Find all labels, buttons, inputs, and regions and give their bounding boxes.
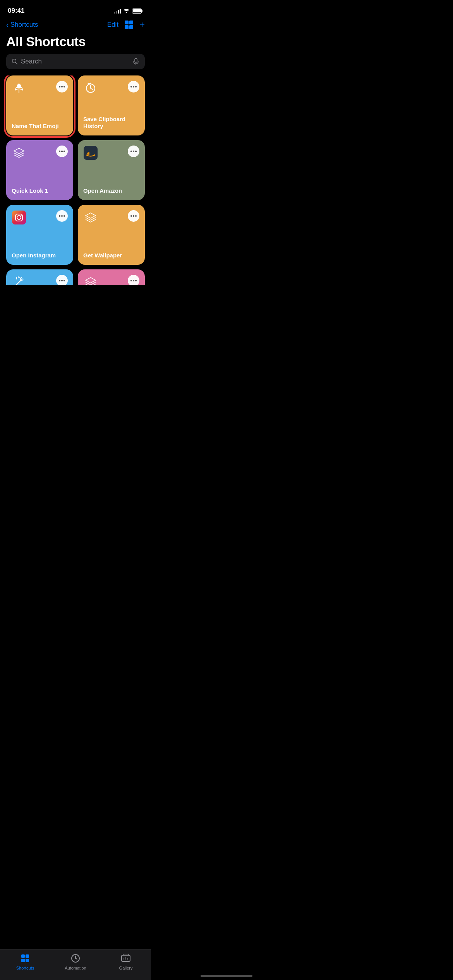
edit-button[interactable]: Edit bbox=[107, 21, 118, 29]
status-icons bbox=[114, 8, 143, 14]
card-label: Open Amazon bbox=[83, 187, 139, 195]
search-bar[interactable]: Search bbox=[6, 54, 145, 69]
card-icon-amazon: a bbox=[83, 146, 98, 160]
svg-line-8 bbox=[15, 87, 16, 90]
more-button-name-that-emoji[interactable] bbox=[56, 81, 68, 93]
nav-actions: Edit + bbox=[107, 20, 145, 29]
card-top bbox=[83, 81, 139, 96]
shortcut-card-get-wallpaper[interactable]: Get Wallpaper bbox=[78, 205, 145, 265]
shortcut-card-name-that-emoji[interactable]: Name That Emoji bbox=[6, 75, 73, 135]
card-top bbox=[83, 210, 139, 225]
search-icon bbox=[12, 58, 18, 65]
card-top bbox=[12, 210, 68, 225]
more-dots bbox=[59, 151, 65, 152]
more-button-new-books-actions[interactable] bbox=[128, 275, 139, 285]
more-button-get-wallpaper[interactable] bbox=[128, 210, 139, 222]
svg-line-18 bbox=[15, 280, 21, 285]
card-top bbox=[83, 275, 139, 285]
more-dots bbox=[130, 151, 137, 152]
chevron-left-icon: ‹ bbox=[6, 21, 9, 29]
svg-line-1 bbox=[16, 63, 17, 64]
card-label: Name That Emoji bbox=[12, 123, 68, 130]
card-icon-clock bbox=[83, 81, 98, 96]
card-icon-layers bbox=[83, 275, 98, 285]
back-button[interactable]: ‹ Shortcuts bbox=[6, 21, 38, 29]
more-dots bbox=[59, 86, 65, 87]
nav-bar: ‹ Shortcuts Edit + bbox=[0, 19, 151, 33]
add-button[interactable]: + bbox=[139, 20, 145, 29]
more-dots bbox=[130, 280, 137, 281]
grid-view-button[interactable] bbox=[125, 21, 133, 29]
svg-marker-12 bbox=[14, 148, 24, 154]
svg-rect-2 bbox=[135, 58, 137, 62]
more-dots bbox=[59, 280, 65, 281]
more-button-save-clipboard-history[interactable] bbox=[128, 81, 139, 93]
more-dots bbox=[59, 215, 65, 217]
card-icon-layers bbox=[83, 210, 98, 225]
shortcut-card-new-books-actions[interactable]: New Books Actions bbox=[78, 269, 145, 285]
shortcuts-grid: Name That Emoji Save Clipboard History bbox=[0, 75, 151, 285]
shortcut-card-open-amazon[interactable]: a Open Amazon bbox=[78, 140, 145, 200]
card-label: Quick Look 1 bbox=[12, 187, 68, 195]
more-button-quick-look-1[interactable] bbox=[56, 146, 68, 157]
shortcut-card-open-urls-2[interactable]: Open URLs 2 bbox=[6, 269, 73, 285]
svg-line-24 bbox=[21, 278, 22, 278]
more-button-open-urls-2[interactable] bbox=[56, 275, 68, 285]
back-label: Shortcuts bbox=[10, 21, 38, 29]
card-top bbox=[12, 81, 68, 96]
search-placeholder: Search bbox=[21, 58, 129, 65]
svg-marker-25 bbox=[86, 278, 96, 283]
svg-point-16 bbox=[21, 215, 21, 216]
battery-icon bbox=[132, 9, 143, 14]
card-top bbox=[12, 275, 68, 285]
page-title: All Shortcuts bbox=[0, 33, 151, 54]
more-button-open-amazon[interactable] bbox=[128, 146, 139, 157]
card-top bbox=[12, 146, 68, 160]
card-icon-layers bbox=[12, 146, 26, 160]
status-bar: 09:41 bbox=[0, 0, 151, 19]
status-time: 09:41 bbox=[8, 7, 24, 15]
card-label: Open Instagram bbox=[12, 252, 68, 259]
wifi-icon bbox=[123, 9, 130, 14]
signal-icon bbox=[114, 8, 121, 14]
shortcut-card-quick-look-1[interactable]: Quick Look 1 bbox=[6, 140, 73, 200]
more-dots bbox=[130, 86, 137, 87]
shortcut-card-save-clipboard-history[interactable]: Save Clipboard History bbox=[78, 75, 145, 135]
card-top: a bbox=[83, 146, 139, 160]
card-icon-instagram bbox=[12, 210, 26, 225]
svg-line-22 bbox=[20, 278, 21, 278]
svg-line-9 bbox=[22, 87, 23, 90]
more-button-open-instagram[interactable] bbox=[56, 210, 68, 222]
svg-point-15 bbox=[17, 216, 21, 219]
svg-marker-17 bbox=[86, 213, 96, 218]
more-dots bbox=[130, 215, 137, 217]
svg-point-10 bbox=[17, 84, 21, 87]
card-label: Get Wallpaper bbox=[83, 252, 139, 259]
card-icon-person bbox=[12, 81, 26, 96]
mic-icon bbox=[132, 58, 139, 65]
shortcut-card-open-instagram[interactable]: Open Instagram bbox=[6, 205, 73, 265]
card-icon-magic bbox=[12, 275, 26, 285]
card-label: Save Clipboard History bbox=[83, 116, 139, 130]
